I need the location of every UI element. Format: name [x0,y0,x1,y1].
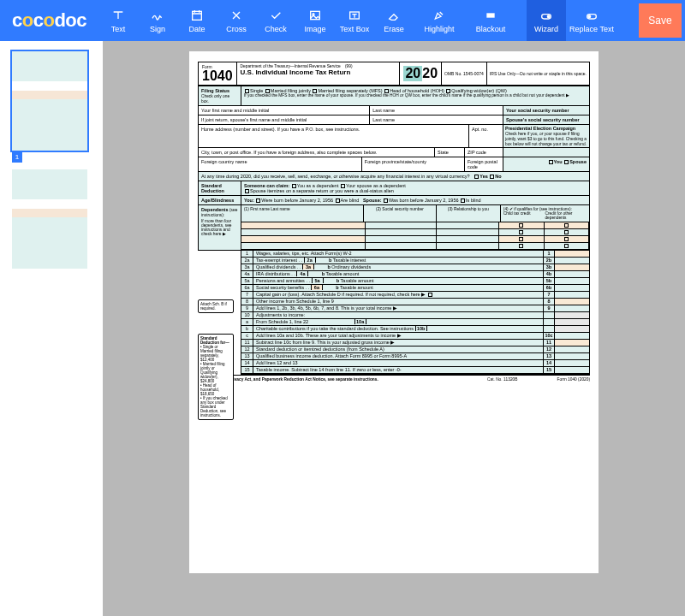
svg-point-6 [547,15,550,18]
line-10c: Add lines 10a and 10b. These are your to… [256,333,396,338]
erase-icon [387,9,401,22]
you-blind-checkbox[interactable] [336,198,340,203]
spouse-first-name-field[interactable]: If joint return, spouse's first name and… [199,116,370,124]
dep-row-1-name[interactable] [241,222,366,229]
line-5b-value[interactable] [555,278,589,284]
state-field[interactable]: State [435,148,465,157]
apt-field[interactable]: Apt. no. [469,125,503,147]
spouse-blind-checkbox[interactable] [461,198,465,203]
line-8-value[interactable] [555,299,589,305]
line-10: Adjustments to income: [253,312,543,318]
first-name-field[interactable]: Your first name and middle initial [199,106,370,115]
wizard-icon [539,9,553,22]
date-tool[interactable]: Date [177,0,217,41]
brand-logo: cocodoc [0,0,98,41]
line-13-value[interactable] [555,353,589,359]
highlight-icon [432,9,446,22]
dep-row-2-name[interactable] [241,229,366,236]
sign-tool[interactable]: Sign [138,0,177,41]
line-7-value[interactable] [555,292,589,298]
line-6b-value[interactable] [555,285,589,291]
spouse-born-checkbox[interactable] [384,198,388,203]
age-blindness-label: Age/Blindness [199,196,241,204]
line-11: Subtract line 10c from line 9. This is y… [256,340,390,345]
blackout-icon [484,9,497,22]
std-deduction-label: Standard Deduction [201,183,224,193]
form-title: U.S. Individual Income Tax Return [241,68,396,76]
textbox-tool[interactable]: Text Box [335,0,374,41]
city-field[interactable]: City, town, or post office. If you have … [199,148,435,157]
sidenote-std-ded: Standard Deduction for— • Single or Marr… [198,334,234,420]
last-name-field[interactable]: Last name [370,106,503,115]
replace-text-tool[interactable]: Replace Text [566,0,617,41]
footer-cat: Cat. No. 11320B [487,377,539,382]
line-10b: Charitable contributions if you take the… [256,326,414,331]
tax-year: 2020 [399,62,442,85]
textbox-icon [348,9,361,22]
filing-status-label: Filing Status [201,88,229,93]
sidenote-schb: Attach Sch. B if required. [198,299,234,313]
text-tool[interactable]: Text [98,0,138,41]
blackout-tool[interactable]: Blackout [465,0,516,41]
line-9-value[interactable] [555,305,589,311]
line-7-checkbox[interactable] [428,293,432,297]
line-14: Add lines 12 and 13 [253,360,543,366]
spouse-last-name-field[interactable]: Last name [370,116,503,124]
line-12-value[interactable] [555,346,589,352]
dependents-label: Dependents [201,207,228,212]
line-15: Taxable income. Subtract line 14 from li… [253,367,543,373]
line-3b-value[interactable] [555,264,589,270]
pec-title: Presidential Election Campaign [505,126,575,131]
svg-rect-0 [193,11,202,20]
ssn-field[interactable]: Your social security number [503,106,589,115]
erase-tool[interactable]: Erase [374,0,414,41]
line-9: Add lines 1, 2b, 3b, 4b, 5b, 6b, 7, and … [256,305,391,311]
irs-note: IRS Use Only—Do not write or staple in t… [487,62,589,85]
form-number: 1040 [202,69,233,83]
dep-row-3-name[interactable] [241,236,366,243]
pec-you-checkbox[interactable] [549,160,553,164]
dep-col-name: (1) First name Last name [241,205,364,222]
page-thumbnail-2[interactable] [10,168,89,270]
foreign-country-field[interactable]: Foreign country name [199,157,362,171]
thumb-page-number: 1 [12,152,22,163]
zip-field[interactable]: ZIP code [465,148,503,157]
page-thumbnail-1[interactable]: 1 [10,50,89,152]
line-14-value[interactable] [555,360,589,366]
crypto-yes-checkbox[interactable] [474,175,479,179]
line-2b-value[interactable] [555,258,589,264]
document-page: Form1040 Department of the Treasury—Inte… [189,51,599,573]
pec-spouse-checkbox[interactable] [564,160,569,164]
dep-row-4-name[interactable] [241,243,366,250]
dep-col-rel: (3) Relationship to you [437,205,501,222]
calendar-icon [190,9,204,22]
line-10c-value[interactable] [555,333,589,339]
cross-tool[interactable]: Cross [217,0,256,41]
sign-icon [151,9,164,22]
save-button[interactable]: Save [639,3,682,38]
you-born-checkbox[interactable] [256,198,260,203]
spouse-itemize-checkbox[interactable] [245,189,249,193]
check-icon [269,9,283,22]
line-1-value[interactable] [555,251,589,257]
highlight-tool[interactable]: Highlight [414,0,465,41]
line-1: Wages, salaries, tips, etc. Attach Form(… [253,251,543,257]
wizard-tool[interactable]: Wizard [527,0,566,41]
check-tool[interactable]: Check [256,0,295,41]
line-13: Qualified business income deduction. Att… [253,353,543,359]
line-15-value[interactable] [555,367,589,373]
line-4b-value[interactable] [555,271,589,277]
line-7: Capital gain or (loss). Attach Schedule … [256,292,420,297]
address-field[interactable]: Home address (number and street). If you… [199,125,469,147]
thumbnail-panel: 1 [0,41,103,616]
replace-icon [585,9,599,22]
foreign-postal-field[interactable]: Foreign postal code [465,157,503,171]
spouse-ssn-field[interactable]: Spouse's social security number [503,116,589,124]
omb-number: OMB No. 1545-0074 [442,62,487,85]
document-canvas[interactable]: Form1040 Department of the Treasury—Inte… [103,41,685,616]
crypto-question: At any time during 2020, did you receive… [201,174,470,179]
crypto-no-checkbox[interactable] [490,175,494,179]
image-tool[interactable]: Image [295,0,335,41]
foreign-province-field[interactable]: Foreign province/state/county [362,157,465,171]
line-11-value[interactable] [555,340,589,346]
